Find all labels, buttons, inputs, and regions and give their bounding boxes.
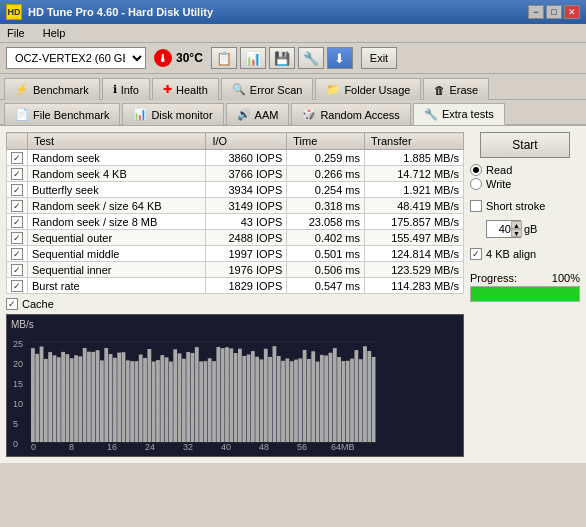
row-cb-cell[interactable]	[7, 166, 28, 182]
row-test: Butterfly seek	[28, 182, 206, 198]
svg-text:10: 10	[13, 399, 23, 409]
row-checkbox[interactable]	[11, 232, 23, 244]
window-title: HD Tune Pro 4.60 - Hard Disk Utility	[28, 6, 213, 18]
row-checkbox[interactable]	[11, 248, 23, 260]
tab-error-scan[interactable]: 🔍 Error Scan	[221, 78, 314, 100]
chart-bar	[264, 349, 268, 442]
row-cb-cell[interactable]	[7, 230, 28, 246]
icon-btn-2[interactable]: 📊	[240, 47, 266, 69]
row-io: 1976 IOPS	[206, 262, 287, 278]
row-io: 3766 IOPS	[206, 166, 287, 182]
chart-bar	[152, 361, 156, 442]
tab-folder-usage-label: Folder Usage	[344, 84, 410, 96]
start-button[interactable]: Start	[480, 132, 570, 158]
row-cb-cell[interactable]	[7, 150, 28, 166]
icon-btn-1[interactable]: 📋	[211, 47, 237, 69]
short-stroke-input[interactable]	[487, 223, 511, 235]
chart-bar	[44, 359, 48, 442]
chart-bar	[208, 358, 212, 442]
app-icon: HD	[6, 4, 22, 20]
row-cb-cell[interactable]	[7, 262, 28, 278]
table-row: Sequential outer 2488 IOPS 0.402 ms 155.…	[7, 230, 464, 246]
row-time: 0.254 ms	[287, 182, 365, 198]
radio-write-row[interactable]: Write	[470, 178, 580, 190]
chart-bar	[74, 355, 78, 442]
spin-down[interactable]: ▼	[511, 229, 522, 237]
health-icon: ✚	[163, 83, 172, 96]
row-checkbox[interactable]	[11, 216, 23, 228]
tab-disk-monitor[interactable]: 📊 Disk monitor	[122, 103, 223, 125]
chart-bar	[117, 353, 121, 442]
radio-read-row[interactable]: Read	[470, 164, 580, 176]
tab-random-access[interactable]: 🎲 Random Access	[291, 103, 410, 125]
cache-checkbox[interactable]	[6, 298, 18, 310]
chart-bar	[96, 350, 100, 442]
folder-icon: 📁	[326, 83, 340, 96]
radio-write[interactable]	[470, 178, 482, 190]
tab-extra-tests[interactable]: 🔧 Extra tests	[413, 103, 505, 125]
row-cb-cell[interactable]	[7, 198, 28, 214]
chart-bar	[311, 351, 315, 442]
extra-tests-icon: 🔧	[424, 108, 438, 121]
row-cb-cell[interactable]	[7, 278, 28, 294]
progress-label-row: Progress: 100%	[470, 272, 580, 284]
icon-btn-3[interactable]: 💾	[269, 47, 295, 69]
col-header-test: Test	[28, 133, 206, 150]
row-cb-cell[interactable]	[7, 246, 28, 262]
chart-bar	[307, 359, 311, 442]
tab-file-benchmark[interactable]: 📄 File Benchmark	[4, 103, 120, 125]
tab-folder-usage[interactable]: 📁 Folder Usage	[315, 78, 421, 100]
tab-disk-monitor-label: Disk monitor	[151, 109, 212, 121]
tab-random-access-label: Random Access	[320, 109, 399, 121]
chart-bar	[255, 357, 259, 442]
row-checkbox[interactable]	[11, 184, 23, 196]
exit-button[interactable]: Exit	[361, 47, 397, 69]
chart-bar	[83, 348, 87, 442]
table-row: Burst rate 1829 IOPS 0.547 ms 114.283 MB…	[7, 278, 464, 294]
row-cb-cell[interactable]	[7, 182, 28, 198]
drive-select[interactable]: OCZ-VERTEX2 (60 GB)	[6, 47, 146, 69]
tab-health[interactable]: ✚ Health	[152, 78, 219, 100]
row-checkbox[interactable]	[11, 168, 23, 180]
chart-bar	[139, 355, 143, 442]
tab-info[interactable]: ℹ Info	[102, 78, 150, 100]
row-checkbox[interactable]	[11, 152, 23, 164]
row-checkbox[interactable]	[11, 280, 23, 292]
tab-erase[interactable]: 🗑 Erase	[423, 78, 489, 100]
icon-btn-4[interactable]: 🔧	[298, 47, 324, 69]
tab-benchmark[interactable]: ⚡ Benchmark	[4, 78, 100, 100]
close-button[interactable]: ✕	[564, 5, 580, 19]
short-stroke-checkbox[interactable]	[470, 200, 482, 212]
chart-bar	[109, 354, 113, 442]
radio-read[interactable]	[470, 164, 482, 176]
chart-bar	[221, 348, 225, 442]
icon-btn-5[interactable]: ⬇	[327, 47, 353, 69]
row-time: 0.501 ms	[287, 246, 365, 262]
chart-bar	[225, 347, 229, 442]
chart-bar	[204, 361, 208, 442]
maximize-button[interactable]: □	[546, 5, 562, 19]
spin-up[interactable]: ▲	[511, 221, 522, 229]
row-test: Sequential inner	[28, 262, 206, 278]
menu-file[interactable]: File	[4, 26, 28, 40]
row-checkbox[interactable]	[11, 200, 23, 212]
svg-text:5: 5	[13, 419, 18, 429]
row-checkbox[interactable]	[11, 264, 23, 276]
chart-bar	[199, 361, 203, 442]
chart-bar	[173, 349, 177, 442]
tab-aam-label: AAM	[255, 109, 279, 121]
row-cb-cell[interactable]	[7, 214, 28, 230]
svg-text:25: 25	[13, 339, 23, 349]
menu-help[interactable]: Help	[40, 26, 69, 40]
tab-aam[interactable]: 🔊 AAM	[226, 103, 290, 125]
row-time: 0.506 ms	[287, 262, 365, 278]
chart-bar	[238, 349, 242, 442]
row-transfer: 175.857 MB/s	[365, 214, 464, 230]
svg-text:0: 0	[31, 442, 36, 452]
tab-extra-tests-label: Extra tests	[442, 108, 494, 120]
tabs-row-1: ⚡ Benchmark ℹ Info ✚ Health 🔍 Error Scan…	[0, 74, 586, 100]
align-checkbox[interactable]	[470, 248, 482, 260]
chart-bar	[229, 348, 233, 442]
row-time: 23.058 ms	[287, 214, 365, 230]
minimize-button[interactable]: −	[528, 5, 544, 19]
